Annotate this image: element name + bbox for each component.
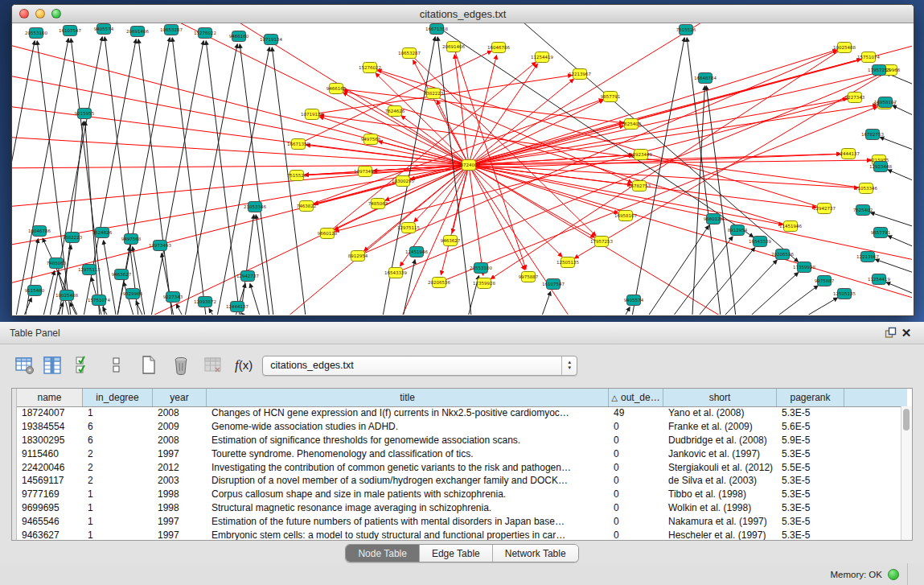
citation-edge-red[interactable] xyxy=(12,165,469,168)
citation-edge-red[interactable] xyxy=(157,23,469,165)
citation-edge-black[interactable] xyxy=(712,260,777,315)
memory-status-indicator[interactable] xyxy=(888,569,899,580)
close-button[interactable] xyxy=(19,9,29,19)
resize-grip[interactable] xyxy=(907,563,916,585)
citation-edge-red[interactable] xyxy=(469,64,537,165)
delete-column-icon[interactable] xyxy=(170,355,191,376)
zoom-button[interactable] xyxy=(51,9,61,19)
tab-network-table[interactable]: Network Table xyxy=(493,545,578,562)
citation-edge-red[interactable] xyxy=(414,165,469,222)
citation-edge-red[interactable] xyxy=(469,165,483,275)
citation-edge-red[interactable] xyxy=(469,56,497,165)
node-label: 9660128 xyxy=(704,216,724,221)
table-panel-title: Table Panel xyxy=(10,328,60,339)
rows-icon[interactable] xyxy=(106,355,127,376)
citation-edge-black[interactable] xyxy=(639,225,708,315)
citation-edge-black[interactable] xyxy=(888,170,912,191)
node-label: 16107547 xyxy=(542,282,565,286)
citation-edge-red[interactable] xyxy=(396,73,883,273)
table-row[interactable]: 1872400712008Changes of HCN gene express… xyxy=(12,406,901,420)
dropdown-spinner-icon[interactable]: ▲▼ xyxy=(561,356,577,375)
column-header-year[interactable]: year xyxy=(153,389,207,406)
table-row[interactable]: 911546021997Tourette syndrome. Phenomeno… xyxy=(12,447,901,460)
table-row[interactable]: 1830029562008Estimation of significance … xyxy=(12,434,901,447)
citation-edge-red[interactable] xyxy=(358,51,837,256)
citation-edge-black[interactable] xyxy=(688,248,755,315)
citation-edge-black[interactable] xyxy=(51,303,64,315)
citation-edge-black[interactable] xyxy=(242,313,253,315)
citation-edge-black[interactable] xyxy=(760,286,818,315)
citation-edge-black[interactable] xyxy=(239,215,254,315)
citation-edge-black[interactable] xyxy=(888,236,912,257)
show-column-icon[interactable] xyxy=(42,355,63,376)
citation-edge-black[interactable] xyxy=(784,298,837,315)
vertical-scrollbar[interactable] xyxy=(901,406,912,540)
column-header-title[interactable]: title xyxy=(207,389,609,406)
column-header-in_degree[interactable]: in_degree xyxy=(83,389,153,406)
cell-short: Jankovic et al. (1997) xyxy=(663,448,777,459)
column-header-name[interactable]: name xyxy=(17,389,83,406)
function-builder-icon[interactable]: f(x) xyxy=(235,357,253,373)
citation-edge-black[interactable] xyxy=(18,298,31,315)
node-table: namein_degreeyeartitle△out_de…shortpager… xyxy=(11,388,913,541)
table-row[interactable]: 2242004622012Investigating the contribut… xyxy=(12,460,901,474)
minimize-button[interactable] xyxy=(35,9,45,19)
citation-edge-red[interactable] xyxy=(409,53,596,236)
table-row[interactable]: 969969511998Structural magnetic resonanc… xyxy=(12,501,901,515)
citation-edge-red[interactable] xyxy=(469,50,836,165)
citation-edge-red[interactable] xyxy=(336,89,623,123)
citation-edge-black[interactable] xyxy=(12,41,35,315)
cell-year: 1997 xyxy=(153,516,207,527)
citation-edge-red[interactable] xyxy=(306,99,603,206)
citation-edge-black[interactable] xyxy=(14,39,68,315)
float-panel-icon[interactable] xyxy=(882,325,898,341)
citation-edge-red[interactable] xyxy=(378,70,824,208)
citation-edge-black[interactable] xyxy=(133,247,147,315)
tab-node-table[interactable]: Node Table xyxy=(346,545,420,562)
citation-edge-red[interactable] xyxy=(469,165,575,315)
cell-name: 19384554 xyxy=(17,421,83,432)
citation-edge-red[interactable] xyxy=(298,51,491,144)
node-label: 16107547 xyxy=(59,28,81,33)
table-select-dropdown[interactable]: citations_edges.txt ▲▼ xyxy=(262,356,577,376)
citation-edge-red[interactable] xyxy=(469,165,912,305)
column-header-short[interactable]: short xyxy=(663,389,777,406)
node-label: 16648784 xyxy=(694,76,717,80)
table-row[interactable]: 1938455462009Genome-wide association stu… xyxy=(12,420,901,434)
create-column-icon[interactable] xyxy=(138,355,159,376)
citation-edge-black[interactable] xyxy=(256,215,271,315)
citation-edge-black[interactable] xyxy=(209,309,221,315)
table-mode-icon[interactable] xyxy=(14,355,35,376)
citation-edge-red[interactable] xyxy=(335,97,855,232)
citation-edge-black[interactable] xyxy=(537,291,551,315)
select-columns-icon[interactable] xyxy=(74,355,95,376)
citation-edge-black[interactable] xyxy=(886,73,912,94)
table-row[interactable]: 977716911998Corpus callosum shape and si… xyxy=(12,488,901,501)
citation-edge-black[interactable] xyxy=(618,307,630,315)
citation-edge-black[interactable] xyxy=(893,105,912,126)
citation-edge-red[interactable] xyxy=(439,107,877,282)
citation-edge-black[interactable] xyxy=(183,44,237,315)
network-window-titlebar[interactable]: citations_edges.txt xyxy=(12,5,914,23)
scrollbar-thumb[interactable] xyxy=(903,409,910,431)
close-panel-icon[interactable]: ✕ xyxy=(898,325,914,341)
citation-edge-black[interactable] xyxy=(663,237,733,315)
citation-edge-red[interactable] xyxy=(320,117,469,165)
cell-name: 22420046 xyxy=(17,462,83,473)
table-row[interactable]: 1456911722003Disruption of a novel membe… xyxy=(12,474,901,488)
column-header-out_de[interactable]: △out_de… xyxy=(609,389,663,406)
network-window[interactable]: citations_edges.txt 18724007206914061065… xyxy=(11,4,914,316)
citation-network-graph[interactable]: 1872400720691406106532871527602294661601… xyxy=(12,23,912,315)
citation-edge-black[interactable] xyxy=(250,284,264,315)
citation-edge-red[interactable] xyxy=(305,154,848,175)
citation-edge-black[interactable] xyxy=(886,282,912,303)
node-label: 9215955 xyxy=(75,111,95,116)
citation-edge-black[interactable] xyxy=(149,41,203,315)
network-canvas[interactable]: 1872400720691406106532871527602294661601… xyxy=(12,23,914,315)
table-row[interactable]: 946554611997Estimation of the future num… xyxy=(12,514,901,528)
table-row[interactable]: 946362711997Embryonic stem cells: a mode… xyxy=(12,528,901,540)
citation-edge-red[interactable] xyxy=(491,47,844,279)
tab-edge-table[interactable]: Edge Table xyxy=(420,545,493,562)
column-header-pagerank[interactable]: pagerank xyxy=(777,389,844,406)
citation-edge-black[interactable] xyxy=(115,247,129,315)
